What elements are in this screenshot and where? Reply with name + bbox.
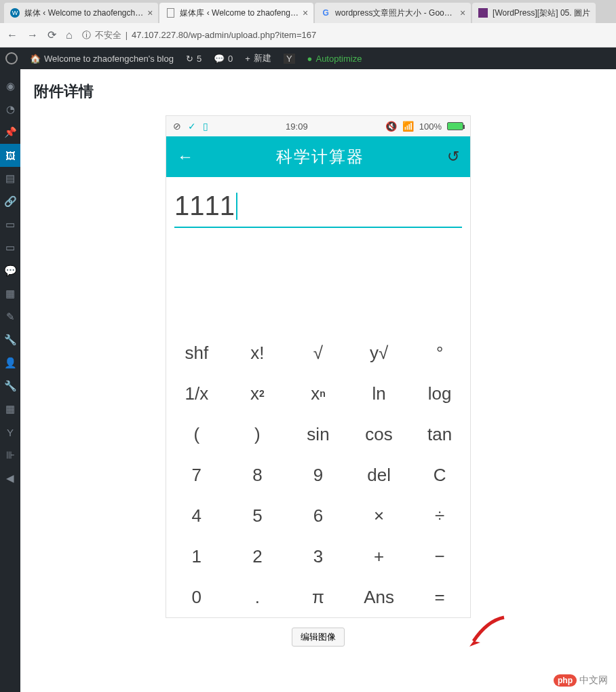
key-4[interactable]: 4	[166, 495, 227, 536]
annotation-arrow-icon	[467, 614, 507, 651]
wrench-icon[interactable]: 🔧	[0, 328, 20, 351]
comments-icon[interactable]: ▭	[0, 236, 20, 259]
favicon-wp-icon: W	[9, 7, 20, 18]
settings-icon[interactable]: ▦	[0, 398, 20, 421]
key-factorial[interactable]: x!	[227, 332, 288, 373]
bolt-icon: ●	[307, 54, 313, 64]
address-bar: ← → ⟳ ⌂ ⓘ 不安全 | 47.107.227.80/wp-admin/u…	[0, 23, 616, 47]
browser-tab-0[interactable]: W 媒体 ‹ Welcome to zhaofengch… ×	[4, 3, 158, 23]
grid-icon[interactable]: ▦	[0, 282, 20, 305]
autoptimize-link[interactable]: ● Autoptimize	[307, 54, 362, 64]
collapse-icon[interactable]: ◀	[0, 467, 20, 490]
no-sign-icon: ⊘	[173, 121, 181, 132]
browser-tab-1[interactable]: 媒体库 ‹ Welcome to zhaofeng… ×	[159, 3, 313, 23]
key-7[interactable]: 7	[166, 455, 227, 495]
key-plus[interactable]: +	[349, 536, 410, 577]
brush-icon[interactable]: ✎	[0, 305, 20, 328]
status-time: 19:09	[208, 121, 385, 132]
key-rparen[interactable]: )	[227, 414, 288, 455]
key-9[interactable]: 9	[288, 455, 349, 495]
link-icon[interactable]: 🔗	[0, 190, 20, 213]
wp-sidebar: ◉ ◔ 📌 🖼 ▤ 🔗 ▭ ▭ 💬 ▦ ✎ 🔧 👤 🔧 ▦ Y ⊪ ◀	[0, 69, 20, 692]
key-sqrt[interactable]: √	[288, 332, 349, 373]
key-0[interactable]: 0	[166, 577, 227, 617]
slider-icon[interactable]: ⊪	[0, 444, 20, 467]
updates-link[interactable]: ↻ 5	[186, 54, 201, 64]
edit-image-button[interactable]: 编辑图像	[292, 628, 345, 647]
yoast-icon[interactable]: Y	[284, 54, 295, 64]
cursor	[236, 193, 237, 220]
plus-icon: +	[245, 54, 250, 64]
back-arrow-icon[interactable]: ←	[177, 147, 193, 166]
home-icon[interactable]: ⌂	[66, 29, 73, 41]
key-power[interactable]: xn	[288, 373, 349, 414]
watermark-badge: php	[554, 674, 577, 687]
history-icon[interactable]: ↺	[447, 148, 459, 166]
key-yroot[interactable]: y√	[349, 332, 410, 373]
watermark-text: 中文网	[579, 674, 608, 687]
back-icon[interactable]: ←	[7, 29, 18, 41]
key-degree[interactable]: °	[409, 332, 470, 373]
sim-icon: ▯	[203, 121, 208, 132]
key-del[interactable]: del	[349, 455, 410, 495]
key-multiply[interactable]: ×	[349, 495, 410, 536]
key-pi[interactable]: π	[288, 577, 349, 617]
wp-logo-icon[interactable]	[5, 52, 18, 64]
calc-display[interactable]: 1111	[166, 177, 470, 231]
calc-header: ← 科学计算器 ↺	[166, 136, 470, 177]
key-sin[interactable]: sin	[288, 414, 349, 455]
close-icon[interactable]: ×	[147, 7, 153, 18]
browser-tab-strip: W 媒体 ‹ Welcome to zhaofengch… × 媒体库 ‹ We…	[0, 0, 616, 23]
chat-icon[interactable]: 💬	[0, 259, 20, 282]
calculator-screenshot: ⊘ ✓ ▯ 19:09 🔇 📶 100% ← 科学计算器 ↺	[166, 115, 471, 618]
reload-icon[interactable]: ⟳	[47, 28, 56, 41]
pages-icon[interactable]: ▤	[0, 167, 20, 190]
key-6[interactable]: 6	[288, 495, 349, 536]
browser-tab-2[interactable]: G wordpress文章照片大小 - Goog… ×	[315, 3, 471, 23]
battery-pct: 100%	[419, 121, 442, 132]
key-dot[interactable]: .	[227, 577, 288, 617]
watermark: php 中文网	[554, 674, 608, 687]
key-2[interactable]: 2	[227, 536, 288, 577]
key-ans[interactable]: Ans	[349, 577, 410, 617]
key-tan[interactable]: tan	[409, 414, 470, 455]
clock-icon[interactable]: ◔	[0, 98, 20, 121]
modal-title: 附件详情	[34, 81, 602, 102]
close-icon[interactable]: ×	[303, 7, 308, 18]
key-ln[interactable]: ln	[349, 373, 410, 414]
pin-icon[interactable]: 📌	[0, 121, 20, 144]
comments-link[interactable]: 💬 0	[214, 54, 233, 64]
key-3[interactable]: 3	[288, 536, 349, 577]
forward-icon[interactable]: →	[27, 29, 38, 41]
new-link[interactable]: + 新建	[245, 52, 271, 64]
browser-tab-3[interactable]: [WordPress][架站] 05. 圖片	[472, 3, 596, 23]
key-reciprocal[interactable]: 1/x	[166, 373, 227, 414]
site-name-link[interactable]: 🏠 Welcome to zhaofengchen's blog	[30, 54, 174, 64]
media-icon[interactable]: 🖼	[0, 144, 20, 167]
key-lparen[interactable]: (	[166, 414, 227, 455]
image-preview: ⊘ ✓ ▯ 19:09 🔇 📶 100% ← 科学计算器 ↺	[34, 115, 602, 618]
tools-icon[interactable]: 🔧	[0, 374, 20, 398]
users-icon[interactable]: 👤	[0, 351, 20, 374]
dashboard-icon[interactable]: ◉	[0, 75, 20, 98]
favicon-doc-icon	[165, 7, 176, 18]
key-equals[interactable]: =	[409, 577, 470, 617]
key-square[interactable]: x2	[227, 373, 288, 414]
favicon-square-icon	[478, 7, 488, 18]
wifi-icon: 📶	[402, 121, 414, 132]
key-5[interactable]: 5	[227, 495, 288, 536]
key-8[interactable]: 8	[227, 455, 288, 495]
key-log[interactable]: log	[409, 373, 470, 414]
key-divide[interactable]: ÷	[409, 495, 470, 536]
key-minus[interactable]: −	[409, 536, 470, 577]
key-clear[interactable]: C	[409, 455, 470, 495]
key-cos[interactable]: cos	[349, 414, 410, 455]
key-1[interactable]: 1	[166, 536, 227, 577]
key-shf[interactable]: shf	[166, 332, 227, 373]
battery-icon	[447, 122, 463, 130]
yoast-sidebar-icon[interactable]: Y	[0, 421, 20, 444]
book-icon[interactable]: ▭	[0, 213, 20, 236]
url-text: 47.107.227.80/wp-admin/upload.php?item=1…	[132, 30, 316, 40]
url-box[interactable]: ⓘ 不安全 | 47.107.227.80/wp-admin/upload.ph…	[82, 29, 317, 41]
close-icon[interactable]: ×	[460, 7, 465, 18]
